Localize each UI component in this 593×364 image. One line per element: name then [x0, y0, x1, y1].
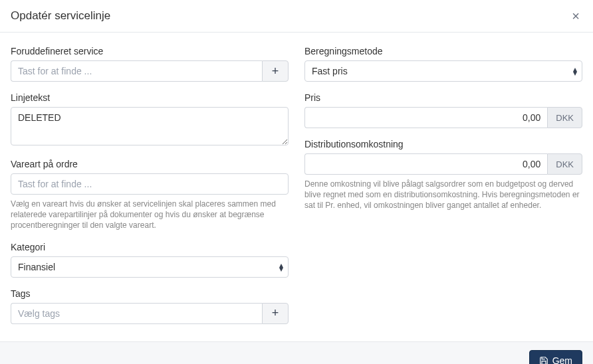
dialog-footer: Gem	[0, 341, 593, 364]
price-label: Pris	[304, 92, 582, 103]
update-serviceline-dialog: Opdatér servicelinje × Foruddefineret se…	[0, 0, 593, 364]
close-button[interactable]: ×	[569, 9, 582, 23]
distribution-input[interactable]	[304, 153, 547, 175]
distribution-help: Denne omkostning vil blive pålagt salgso…	[304, 179, 582, 211]
tags-input[interactable]	[11, 303, 262, 324]
dialog-header: Opdatér servicelinje ×	[0, 0, 593, 33]
itemtype-input[interactable]	[11, 173, 289, 195]
close-icon: ×	[572, 9, 580, 23]
method-label: Beregningsmetode	[304, 46, 582, 56]
plus-icon: +	[272, 64, 279, 78]
price-group: DKK	[304, 107, 582, 128]
itemtype-field: Vareart på ordre Vælg en vareart hvis du…	[11, 159, 289, 231]
itemtype-help: Vælg en vareart hvis du ønsker at servic…	[11, 199, 289, 231]
tags-label: Tags	[11, 288, 289, 299]
predefined-service-add-button[interactable]: +	[262, 60, 289, 82]
predefined-service-group: +	[11, 60, 289, 82]
category-field: Kategori Finansiel ▴▾	[11, 242, 289, 278]
dialog-title: Opdatér servicelinje	[11, 9, 110, 23]
linetext-label: Linjetekst	[11, 92, 289, 103]
price-field: Pris DKK	[304, 92, 582, 128]
method-select-wrapper: Fast pris ▴▾	[304, 60, 582, 82]
price-input[interactable]	[304, 107, 547, 128]
method-select[interactable]: Fast pris	[304, 60, 582, 82]
price-currency: DKK	[547, 107, 582, 128]
distribution-field: Distributionsomkostning DKK Denne omkost…	[304, 139, 582, 211]
category-label: Kategori	[11, 242, 289, 252]
save-icon	[539, 356, 548, 364]
tags-add-button[interactable]: +	[262, 303, 289, 324]
predefined-service-label: Foruddefineret service	[11, 46, 289, 56]
category-select-wrapper: Finansiel ▴▾	[11, 256, 289, 278]
predefined-service-input[interactable]	[11, 60, 262, 82]
save-button[interactable]: Gem	[529, 350, 582, 364]
tags-group: +	[11, 303, 289, 324]
save-button-label: Gem	[552, 355, 572, 364]
plus-icon: +	[272, 306, 279, 320]
tags-field: Tags +	[11, 288, 289, 324]
right-column: Beregningsmetode Fast pris ▴▾ Pris DKK	[304, 46, 582, 335]
distribution-currency: DKK	[547, 153, 582, 175]
left-column: Foruddefineret service + Linjetekst DELE…	[11, 46, 289, 335]
linetext-textarea[interactable]: DELETED	[11, 107, 289, 145]
distribution-label: Distributionsomkostning	[304, 139, 582, 149]
method-field: Beregningsmetode Fast pris ▴▾	[304, 46, 582, 82]
distribution-group: DKK	[304, 153, 582, 175]
linetext-field: Linjetekst DELETED	[11, 92, 289, 148]
category-select[interactable]: Finansiel	[11, 256, 289, 278]
dialog-body: Foruddefineret service + Linjetekst DELE…	[0, 33, 593, 341]
predefined-service-field: Foruddefineret service +	[11, 46, 289, 82]
itemtype-label: Vareart på ordre	[11, 159, 289, 169]
